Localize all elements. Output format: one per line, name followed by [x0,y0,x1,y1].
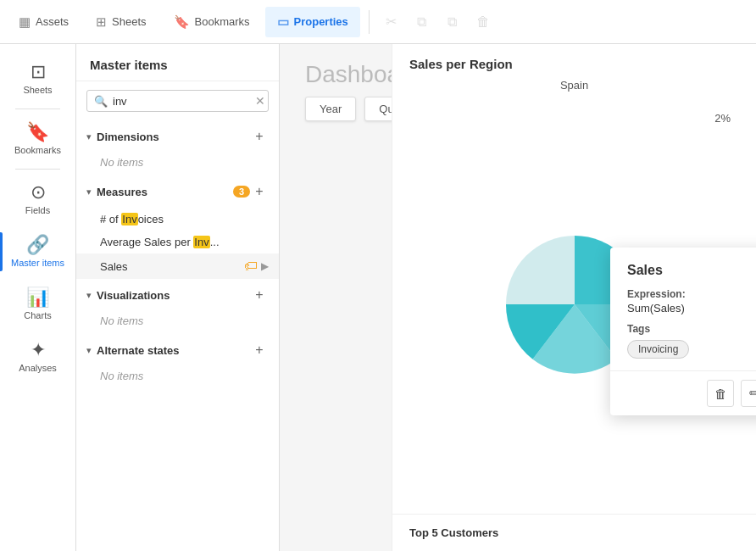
master-items-panel: Master items 🔍 ✕ ▾ Dimensions + No items… [76,44,280,551]
measure-item-invoices[interactable]: # of Invoices [76,208,279,231]
master-items-icon: 🔗 [26,236,49,254]
top-toolbar: ▦ Assets ⊞ Sheets 🔖 Bookmarks ▭ Properti… [0,0,756,44]
avg-sales-highlight: Inv [193,236,209,248]
bookmarks-icon: 🔖 [26,123,49,142]
measures-chevron: ▾ [86,186,92,198]
dimensions-title: Dimensions [97,131,250,143]
top5-customers-area: Top 5 Customers [392,514,756,551]
sidebar-charts-label: Charts [24,310,51,320]
tab-bookmarks-label: Bookmarks [195,15,250,28]
dimensions-chevron: ▾ [86,131,92,142]
sheets-tab-icon: ⊞ [96,14,107,30]
popup-arrow-icon: ▶ [261,260,269,272]
search-input[interactable] [113,95,255,108]
tab-sheets-label: Sheets [112,15,146,28]
toolbar-divider [369,10,370,34]
alt-states-chevron: ▾ [86,345,92,356]
tab-properties[interactable]: ▭ Properties [265,7,360,37]
measures-add-button[interactable]: + [250,182,269,201]
fields-icon: ⊙ [31,183,46,202]
popup-tags-label: Tags [627,323,756,335]
alternate-states-section-header[interactable]: ▾ Alternate states + [76,334,279,366]
popup-delete-button[interactable]: 🗑 [707,380,734,407]
sidebar-item-bookmarks[interactable]: 🔖 Bookmarks [0,113,75,165]
measures-title: Measures [97,186,228,198]
sales-popup-card: Sales Expression: Sum(Sales) Tags Invoic… [610,248,756,415]
main-layout: ⊡ Sheets 🔖 Bookmarks ⊙ Fields 🔗 Master i… [0,44,756,551]
chart-title: Sales per Region [392,44,756,75]
measures-badge: 3 [233,186,250,198]
visualizations-chevron: ▾ [86,290,92,301]
paste-button[interactable]: ⧉ [439,8,466,36]
measure-invoices-label: # of Invoices [100,213,269,225]
popup-expression-label: Expression: [627,288,756,300]
dimensions-add-button[interactable]: + [250,127,269,146]
visualizations-add-button[interactable]: + [250,286,269,304]
visualizations-title: Visualizations [97,289,250,302]
assets-icon: ▦ [19,14,31,30]
delete-toolbar-button[interactable]: 🗑 [470,8,497,36]
bookmarks-tab-icon: 🔖 [174,14,190,30]
tab-assets[interactable]: ▦ Assets [7,7,81,37]
search-clear-button[interactable]: ✕ [255,94,265,108]
properties-tab-icon: ▭ [277,14,289,30]
copy-button[interactable]: ⧉ [409,8,436,36]
visualizations-section-header[interactable]: ▾ Visualizations + [76,279,279,311]
sidebar-item-sheets[interactable]: ⊡ Sheets [0,53,75,105]
sidebar-divider-2 [15,169,60,170]
spain-label: Spain [392,75,756,95]
measure-item-avg-sales[interactable]: Average Sales per Inv... [76,231,279,253]
alternate-states-add-button[interactable]: + [250,341,269,359]
tab-properties-label: Properties [294,15,348,28]
measure-item-sales[interactable]: Sales 🏷 ▶ [76,253,279,279]
measure-avg-sales-label: Average Sales per Inv... [100,236,269,248]
sidebar-item-charts[interactable]: 📊 Charts [0,278,75,331]
tag-icon: 🏷 [244,259,258,274]
analyses-icon: ✦ [31,341,46,359]
popup-footer: 🗑 ✏ ⧉ ⤢ [610,370,756,415]
sidebar-item-master-items[interactable]: 🔗 Master items [0,225,75,278]
tab-bookmarks[interactable]: 🔖 Bookmarks [162,7,262,37]
search-bar: 🔍 ✕ [86,90,269,112]
cut-button[interactable]: ✂ [378,8,405,36]
charts-icon: 📊 [26,288,49,307]
popup-edit-button[interactable]: ✏ [741,380,756,407]
measure-sales-label: Sales [100,260,244,273]
sidebar-analyses-label: Analyses [19,363,57,373]
sidebar-bookmarks-label: Bookmarks [14,145,61,155]
tab-sheets[interactable]: ⊞ Sheets [84,7,158,37]
sidebar-sheets-label: Sheets [23,85,52,95]
main-content: Dashboard Year Quarter Sales per Region … [280,44,756,551]
popup-expression-value: Sum(Sales) [627,302,756,314]
sidebar-item-fields[interactable]: ⊙ Fields [0,173,75,225]
year-filter[interactable]: Year [305,97,356,121]
popup-body: Sales Expression: Sum(Sales) Tags Invoic… [610,248,756,370]
measures-section-header[interactable]: ▾ Measures 3 + [76,175,279,208]
dimensions-section-header[interactable]: ▾ Dimensions + [76,120,279,153]
sidebar-master-items-label: Master items [11,258,64,268]
sidebar-item-analyses[interactable]: ✦ Analyses [0,331,75,383]
panel-title: Master items [76,44,279,81]
percent-label: 2% [714,112,731,125]
sidebar-divider-1 [15,109,60,109]
alt-states-no-items: No items [76,366,279,389]
alternate-states-title: Alternate states [97,344,250,357]
top5-customers-title: Top 5 Customers [409,526,739,539]
sheets-icon: ⊡ [31,63,46,81]
invoices-highlight: Inv [121,213,137,225]
popup-name: Sales [627,263,756,278]
search-icon: 🔍 [94,95,108,108]
visualizations-no-items: No items [76,311,279,334]
sidebar-icons: ⊡ Sheets 🔖 Bookmarks ⊙ Fields 🔗 Master i… [0,44,76,551]
dimensions-no-items: No items [76,153,279,175]
sidebar-fields-label: Fields [25,205,50,215]
popup-tag: Invoicing [627,340,689,359]
tab-assets-label: Assets [36,15,69,28]
